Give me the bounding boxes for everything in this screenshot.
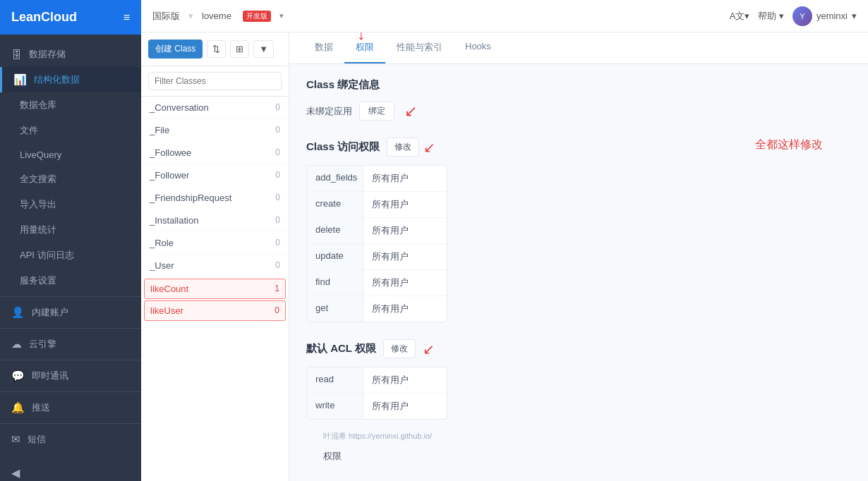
table-icon: 📊 [13,73,27,86]
sidebar-item-sms[interactable]: ✉ 短信 [0,427,141,452]
arrow-access-modify: ↙ [423,139,435,156]
class-name: _FriendshipRequest [150,193,231,203]
class-count: 0 [275,193,280,203]
sidebar-item-label: 数据存储 [29,48,66,61]
sidebar-item-cloud-engine[interactable]: ☁ 云引擎 [0,331,141,357]
user-icon: 👤 [11,306,25,319]
sidebar-item-livequery[interactable]: LiveQuery [0,143,141,166]
create-class-button[interactable]: 创建 Class [148,39,203,59]
acl-row-update: update 所有用户 [307,244,447,270]
access-acl-table: add_fields 所有用户 create 所有用户 delete 所有用户 [306,165,447,322]
class-toolbar: 创建 Class ⇅ ⊞ ▼ [141,32,289,66]
acl-row-create: create 所有用户 [307,192,447,218]
sidebar-item-import-export[interactable]: 导入导出 [0,192,141,217]
acl-key: add_fields [307,166,363,191]
acl-val: 所有用户 [363,192,447,217]
sidebar-collapse-btn[interactable]: ◀ [0,459,141,481]
tab-hooks[interactable]: Hooks [454,32,502,63]
tab-data[interactable]: 数据 [303,32,344,63]
acl-row-delete: delete 所有用户 [307,218,447,244]
filter-icon-button[interactable]: ⊞ [230,40,249,58]
arrow-acl-modify: ↙ [423,341,435,358]
sidebar-item-im[interactable]: 💬 即时通讯 [0,363,141,389]
class-list-item[interactable]: _Followee 0 [141,142,289,164]
sidebar-item-label: API 访问日志 [20,249,74,262]
class-count: 0 [275,215,280,226]
more-icon-button[interactable]: ▼ [253,40,274,58]
sidebar-toggle-icon[interactable]: ≡ [123,11,130,24]
class-filter-input[interactable] [148,72,282,90]
topbar-app[interactable]: loveme [202,11,231,21]
class-filter [141,66,289,97]
class-name: _Installation [150,215,198,226]
acl-key: create [307,192,363,217]
default-acl-modify-button[interactable]: 修改 [383,339,416,358]
class-list: _Conversation 0 _File 0 _Followee 0 _Fol… [141,97,289,481]
sidebar-item-file[interactable]: 文件 [0,118,141,143]
topbar-app-arrow[interactable]: ▾ [279,11,284,20]
tabs-bar: 数据 权限 性能与索引 Hooks [289,32,868,64]
class-count: 0 [275,260,280,271]
content-wrapper: 创建 Class ⇅ ⊞ ▼ _Conversation 0 _File 0 _… [141,32,868,481]
topbar-lang[interactable]: A文▾ [730,10,750,23]
sidebar-item-push[interactable]: 🔔 推送 [0,395,141,420]
class-count: 0 [275,147,280,158]
panel-content: Class 绑定信息 未绑定应用 绑定 ↙ 全都这样修改 Class 访问权限 … [289,64,868,477]
sidebar-item-structured-data[interactable]: 📊 结构化数据 [0,67,141,92]
default-acl-section-header: 默认 ACL 权限 修改 ↙ [306,339,851,358]
class-list-item-likecount[interactable]: likeCount 1 [144,279,286,299]
sidebar-item-label: 云引擎 [29,338,56,351]
acl-val: 所有用户 [363,296,447,322]
sidebar-item-label: 数据仓库 [20,99,56,111]
bind-button[interactable]: 绑定 [359,102,394,121]
right-panel: ↓ 数据 权限 性能与索引 Hooks Class 绑定信息 未绑定应用 绑定 … [289,32,868,481]
tab-performance[interactable]: 性能与索引 [385,32,454,63]
sidebar-item-usage[interactable]: 用量统计 [0,217,141,243]
bell-icon: 🔔 [11,401,25,414]
acl-key: write [307,394,363,419]
sidebar-header: LeanCloud ≡ [0,0,141,35]
sidebar-item-label: 即时通讯 [32,370,68,382]
class-count: 0 [275,102,280,113]
sort-icon-button[interactable]: ⇅ [207,40,226,58]
topbar-region[interactable]: 国际版 [152,10,180,23]
topbar-username: yeminxi [816,11,848,21]
sidebar-item-fulltext[interactable]: 全文搜索 [0,166,141,192]
topbar-divider-1: ▾ [188,11,193,21]
topbar-help[interactable]: 帮助 ▾ [758,10,784,23]
main-area: 国际版 ▾ loveme 开发版 ▾ A文▾ 帮助 ▾ Y yeminxi ▾ … [141,0,868,481]
class-count: 0 [275,170,280,181]
class-list-item[interactable]: _User 0 [141,255,289,277]
topbar: 国际版 ▾ loveme 开发版 ▾ A文▾ 帮助 ▾ Y yeminxi ▾ [141,0,868,32]
acl-key: update [307,244,363,269]
class-name: _File [150,125,169,135]
class-list-item-likeuser[interactable]: likeUser 0 [144,300,286,321]
sidebar-item-data-storage[interactable]: 🗄 数据存储 [0,42,141,67]
acl-row-write: write 所有用户 [307,394,447,419]
sidebar-item-label: 推送 [32,401,50,414]
bind-section-title: Class 绑定信息 [306,78,851,92]
class-list-item[interactable]: _FriendshipRequest 0 [141,187,289,209]
acl-row-find: find 所有用户 [307,270,447,296]
sidebar-item-data-warehouse[interactable]: 数据仓库 [0,92,141,118]
class-list-item[interactable]: _File 0 [141,119,289,142]
sidebar-item-built-in-account[interactable]: 👤 内建账户 [0,300,141,325]
class-list-item[interactable]: _Conversation 0 [141,97,289,119]
access-modify-button[interactable]: 修改 [387,138,419,157]
chat-icon: 💬 [11,370,25,382]
class-list-item[interactable]: _Role 0 [141,232,289,255]
sidebar-item-api-log[interactable]: API 访问日志 [0,243,141,268]
class-name: _User [150,260,174,271]
acl-row-read: read 所有用户 [307,367,447,394]
class-list-item[interactable]: _Follower 0 [141,164,289,187]
topbar-user[interactable]: Y yeminxi ▾ [792,6,857,26]
acl-val: 所有用户 [363,166,447,191]
class-name: _Follower [150,170,189,181]
logo: LeanCloud [11,10,77,25]
sms-icon: ✉ [11,433,20,446]
sidebar-item-service-settings[interactable]: 服务设置 [0,268,141,293]
class-list-item[interactable]: _Installation 0 [141,209,289,232]
sidebar-item-label: 文件 [20,124,38,137]
sidebar-item-label: 结构化数据 [34,73,80,86]
sidebar-item-label: 内建账户 [32,306,68,319]
